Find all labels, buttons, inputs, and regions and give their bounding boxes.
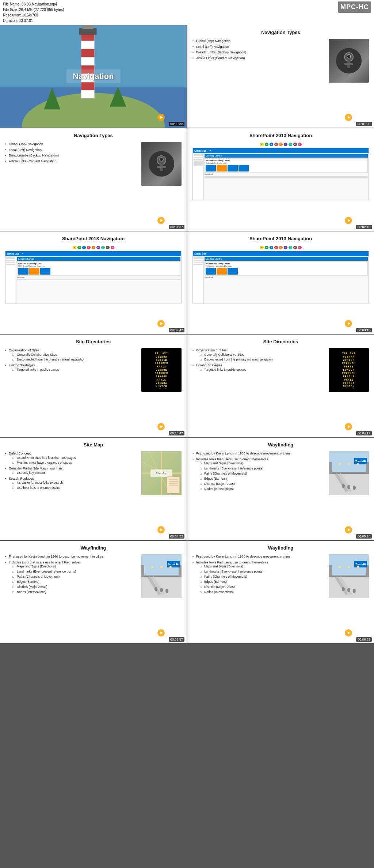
slide-9-bullets: Dated Concept Useful when sites had less… xyxy=(5,451,138,531)
slide-10-image: Terminal xyxy=(329,451,369,495)
slide-5-title: SharePoint 2013 Navigation xyxy=(5,236,182,241)
svg-point-64 xyxy=(154,587,157,591)
play-button-1[interactable] xyxy=(157,114,165,121)
thumb-12[interactable]: Wayfinding First used by Kevin Lynch in … xyxy=(187,541,374,643)
svg-point-81 xyxy=(347,588,350,592)
timestamp-11: 00:05:57 xyxy=(169,637,184,642)
svg-point-46 xyxy=(348,463,350,465)
timestamp-5: 00:02:42 xyxy=(169,328,184,332)
slide-2-image xyxy=(329,39,369,83)
play-button-7[interactable] xyxy=(157,423,165,430)
slide-4-title: SharePoint 2013 Navigation xyxy=(192,133,369,138)
svg-rect-15 xyxy=(344,63,353,65)
slide-8-bullets: Organization of Sites Generally Collabor… xyxy=(192,348,326,428)
play-button-6[interactable] xyxy=(345,320,352,327)
svg-point-21 xyxy=(160,158,163,161)
slide-6-title: SharePoint 2013 Navigation xyxy=(192,236,369,241)
slide-11-image: Terminal xyxy=(141,554,182,598)
svg-point-78 xyxy=(348,566,350,568)
play-button-11[interactable] xyxy=(157,629,165,637)
slide-10-bullets: First used by Kevin Lynch in 1960 to des… xyxy=(192,451,326,531)
timestamp-7: 00:03:47 xyxy=(169,431,184,435)
svg-point-80 xyxy=(342,587,345,591)
play-button-9[interactable] xyxy=(157,526,165,533)
hero-title: Navigation xyxy=(66,69,120,83)
slide-4-sp-screenshot: 1 2 3 4 5 6 7 8 9 Office 365 xyxy=(192,142,369,200)
filename: File Name: 06 03 Navigation.mp4 xyxy=(3,1,371,7)
svg-rect-9 xyxy=(82,25,93,29)
svg-rect-36 xyxy=(329,472,369,474)
svg-point-82 xyxy=(353,589,356,593)
slide-11-bullets: First used by Kevin Lynch in 1960 to des… xyxy=(5,554,138,634)
svg-rect-40 xyxy=(329,462,332,474)
resolution: Resolution: 1024x768 xyxy=(3,12,371,18)
mpc-badge: MPC-HC xyxy=(338,1,371,13)
svg-point-77 xyxy=(339,566,341,568)
play-button-12[interactable] xyxy=(345,629,352,637)
thumb-8[interactable]: Site Directories Organization of Sites G… xyxy=(187,335,374,437)
svg-rect-53 xyxy=(141,577,182,598)
svg-point-63 xyxy=(169,566,172,568)
play-button-10[interactable] xyxy=(345,526,352,533)
play-button-8[interactable] xyxy=(345,423,352,430)
play-button-2[interactable] xyxy=(345,114,352,121)
thumbnail-grid: Navigation 00:00:32 Navigation Types Glo… xyxy=(0,25,374,643)
svg-point-79 xyxy=(357,566,359,568)
play-button-3[interactable] xyxy=(157,217,165,224)
svg-rect-72 xyxy=(329,565,332,577)
slide-12-bullets: First used by Kevin Lynch in 1960 to des… xyxy=(192,554,326,634)
thumb-5[interactable]: SharePoint 2013 Navigation 1 2 3 4 5 6 7… xyxy=(0,231,187,334)
svg-point-65 xyxy=(160,588,163,592)
play-button-5[interactable] xyxy=(157,320,165,327)
thumb-11[interactable]: Wayfinding First used by Kevin Lynch in … xyxy=(0,541,187,643)
svg-rect-37 xyxy=(329,474,369,495)
svg-rect-52 xyxy=(141,575,182,577)
slide-5-sp-screenshot: 1 2 3 4 5 6 7 8 9 Office 365 xyxy=(5,245,182,303)
slide-8-image: TEL AVI VIENNA ZURICH FRANKFU PARIS LOND… xyxy=(329,348,369,392)
thumb-7[interactable]: Site Directories Organization of Sites G… xyxy=(0,335,187,437)
svg-point-45 xyxy=(339,463,341,465)
thumb-3[interactable]: Navigation Types Global (Top) Navigation… xyxy=(0,128,187,231)
slide-10-title: Wayfinding xyxy=(192,442,369,448)
slide-11-title: Wayfinding xyxy=(5,545,182,551)
slide-7-image: TEL AVI VIENNA ZURICH FRANKFU PARIS LOND… xyxy=(141,348,182,392)
thumb-9[interactable]: Site Map Dated Concept Useful when sites… xyxy=(0,438,187,540)
timestamp-2: 00:01:05 xyxy=(356,122,372,126)
svg-rect-5 xyxy=(81,49,94,57)
timestamp-1: 00:00:32 xyxy=(169,122,184,126)
svg-point-16 xyxy=(347,54,351,58)
svg-rect-30 xyxy=(167,477,180,493)
timestamp-6: 00:03:15 xyxy=(356,328,372,332)
svg-point-47 xyxy=(357,463,359,465)
filesize: File Size: 26,4 MB (27 720 855 bytes) xyxy=(3,7,371,12)
slide-8-title: Site Directories xyxy=(192,339,369,344)
slide-9-image: Site Map xyxy=(141,451,182,495)
thumb-1[interactable]: Navigation 00:00:32 xyxy=(0,25,187,128)
slide-7-bullets: Organization of Sites Generally Collabor… xyxy=(5,348,138,428)
slide-3-title: Navigation Types xyxy=(5,133,182,138)
thumb-6[interactable]: SharePoint 2013 Navigation 1 2 3 4 5 6 7… xyxy=(187,231,374,334)
timestamp-4: 00:02:10 xyxy=(356,225,372,229)
svg-point-48 xyxy=(342,484,345,488)
svg-point-62 xyxy=(160,566,163,568)
thumb-4[interactable]: SharePoint 2013 Navigation 1 2 3 4 5 6 7… xyxy=(187,128,374,231)
file-info-bar: File Name: 06 03 Navigation.mp4 File Siz… xyxy=(0,0,374,25)
slide-2-title: Navigation Types xyxy=(192,30,369,35)
slide-12-image: Terminal xyxy=(329,554,369,598)
svg-rect-68 xyxy=(329,575,369,577)
timestamp-8: 00:04:19 xyxy=(356,431,372,435)
timestamp-9: 00:04:52 xyxy=(169,534,184,539)
slide-3-bullets: Global (Top) Navigation Local (Left) Nav… xyxy=(5,142,138,222)
svg-rect-69 xyxy=(329,577,369,598)
slide-12-title: Wayfinding xyxy=(192,545,369,551)
svg-point-66 xyxy=(165,589,168,593)
thumb-2[interactable]: Navigation Types Global (Top) Navigation… xyxy=(187,25,374,128)
play-button-4[interactable] xyxy=(345,217,352,224)
svg-rect-20 xyxy=(157,166,166,168)
svg-point-50 xyxy=(353,486,356,490)
thumb-10[interactable]: Wayfinding First used by Kevin Lynch in … xyxy=(187,438,374,540)
svg-rect-56 xyxy=(141,565,144,577)
duration: Duration: 00:07:01 xyxy=(3,18,371,23)
timestamp-10: 00:05:24 xyxy=(356,534,372,539)
timestamp-3: 00:01:37 xyxy=(169,225,184,229)
